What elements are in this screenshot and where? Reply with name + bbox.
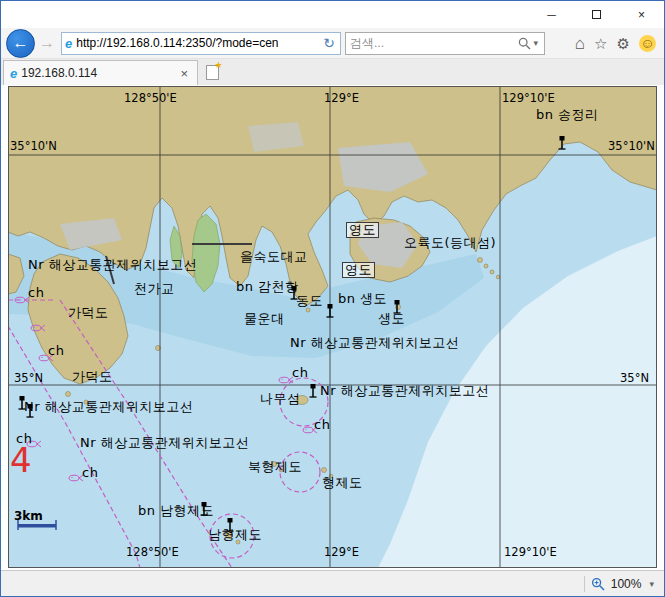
tab-close-icon[interactable]: ×	[177, 66, 191, 81]
forward-button[interactable]: →	[35, 31, 59, 55]
new-tab-star-icon: ★	[214, 60, 222, 70]
refresh-icon[interactable]: ↻	[321, 35, 337, 51]
nautical-chart[interactable]: 128°50'E129°E129°10'E128°50'E129°E129°10…	[8, 86, 657, 568]
new-tab-page-icon: ★	[206, 65, 219, 80]
zoom-dropdown-icon[interactable]: ▾	[647, 579, 656, 589]
search-dropdown-icon[interactable]: ▾	[531, 38, 540, 48]
window-controls: ─ ×	[529, 1, 664, 28]
new-tab-button[interactable]: ★	[198, 60, 226, 85]
chart-canvas[interactable]	[8, 86, 657, 568]
page-favicon-icon: e	[65, 36, 72, 51]
back-button[interactable]: ←	[6, 29, 35, 58]
maximize-button[interactable]	[574, 1, 619, 28]
browser-toolbar: ← → e ↻ ▾ ⌂ ☆ ⚙ ☺	[1, 28, 664, 59]
search-icon[interactable]	[518, 37, 531, 50]
titlebar: ─ ×	[1, 1, 664, 28]
close-button[interactable]: ×	[619, 1, 664, 28]
url-input[interactable]	[76, 36, 321, 50]
toolbar-icons: ⌂ ☆ ⚙ ☺	[575, 35, 659, 52]
browser-window: ─ × ← → e ↻ ▾ ⌂ ☆ ⚙ ☺ e 192.	[0, 0, 665, 597]
zoom-level[interactable]: 100%	[611, 577, 642, 591]
statusbar-separator	[584, 576, 585, 592]
tab-title: 192.168.0.114	[21, 66, 177, 80]
search-box[interactable]: ▾	[345, 32, 545, 55]
search-input[interactable]	[350, 36, 518, 50]
tab-active[interactable]: e 192.168.0.114 ×	[3, 60, 198, 85]
page-content: 128°50'E129°E129°10'E128°50'E129°E129°10…	[1, 85, 664, 570]
minimize-button[interactable]: ─	[529, 1, 574, 28]
zoom-magnifier-icon[interactable]	[591, 577, 605, 591]
maximize-icon	[592, 10, 601, 19]
tab-favicon-icon: e	[10, 66, 17, 81]
settings-gear-icon[interactable]: ⚙	[617, 36, 630, 51]
favorites-star-icon[interactable]: ☆	[594, 36, 607, 51]
address-bar[interactable]: e ↻	[61, 32, 341, 55]
status-bar: 100% ▾	[1, 570, 664, 596]
feedback-smiley-icon[interactable]: ☺	[639, 35, 656, 52]
tab-bar: e 192.168.0.114 × ★	[1, 59, 664, 85]
home-icon[interactable]: ⌂	[575, 35, 585, 52]
